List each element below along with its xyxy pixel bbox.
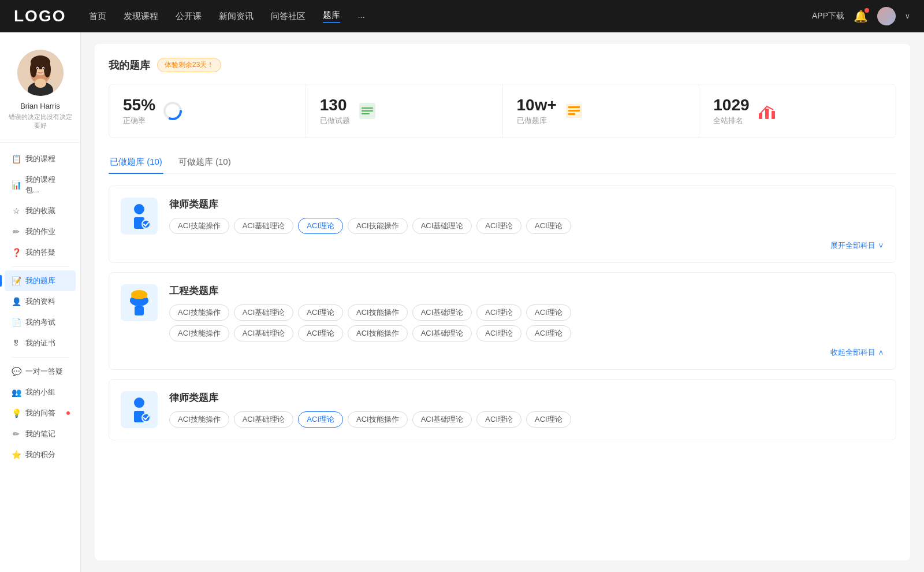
tag-aci-skill-op2[interactable]: ACI技能操作 (348, 218, 408, 234)
tag-eng-aci-theory2[interactable]: ACI理论 (476, 304, 521, 321)
notification-dot (865, 8, 869, 13)
notification-bell[interactable]: 🔔 (854, 9, 868, 23)
sidebar-item-label: 一对一答疑 (25, 366, 63, 377)
tag-l2-aci-basic1[interactable]: ACI基础理论 (234, 411, 294, 428)
topnav: LOGO 首页 发现课程 公开课 新闻资讯 问答社区 题库 ··· APP下载 … (0, 0, 924, 32)
sidebar-item-points[interactable]: ⭐ 我的积分 (5, 444, 76, 465)
svg-rect-17 (362, 113, 370, 114)
svg-rect-20 (568, 110, 580, 112)
stat-banks-label: 已做题库 (517, 116, 557, 126)
exam-icon: 📄 (12, 318, 21, 327)
accuracy-chart-icon (162, 101, 183, 121)
qbank-card-engineer: 工程类题库 ACI技能操作 ACI基础理论 ACI理论 ACI技能操作 ACI基… (109, 272, 896, 370)
qbank-card-header-lawyer2: 律师类题库 ACI技能操作 ACI基础理论 ACI理论 ACI技能操作 ACI基… (121, 391, 884, 428)
svg-rect-15 (362, 107, 373, 109)
sidebar-item-qbank[interactable]: 📝 我的题库 (5, 270, 76, 291)
tag-eng2-aci-theory3[interactable]: ACI理论 (526, 325, 571, 341)
sidebar-avatar (17, 50, 64, 96)
sidebar-item-exam[interactable]: 📄 我的考试 (5, 312, 76, 333)
sidebar-item-label: 我的题库 (25, 276, 55, 286)
expand-lawyer1[interactable]: 展开全部科目 ∨ (830, 240, 884, 251)
tag-l2-aci-skill1[interactable]: ACI技能操作 (169, 411, 229, 428)
tag-l2-aci-basic2[interactable]: ACI基础理论 (412, 411, 472, 428)
user-menu-chevron[interactable]: ∨ (905, 12, 910, 20)
sidebar-item-label: 我的小组 (25, 387, 55, 398)
tag-eng2-aci-skill2[interactable]: ACI技能操作 (348, 325, 408, 341)
sidebar-item-course-packages[interactable]: 📊 我的课程包... (5, 169, 76, 200)
sidebar-item-label: 我的答疑 (25, 247, 55, 258)
tag-eng-aci-skill2[interactable]: ACI技能操作 (348, 304, 408, 321)
svg-point-8 (36, 68, 38, 69)
lawyer-icon (121, 198, 158, 235)
user-avatar[interactable] (877, 7, 896, 25)
lawyer-icon-2 (121, 391, 158, 428)
tag-l2-aci-theory3[interactable]: ACI理论 (526, 411, 571, 428)
svg-rect-23 (765, 109, 769, 119)
sidebar-item-notes[interactable]: ✏ 我的笔记 (5, 424, 76, 444)
nav-links: 首页 发现课程 公开课 新闻资讯 问答社区 题库 ··· (89, 10, 812, 23)
tag-l2-aci-theory2[interactable]: ACI理论 (476, 411, 521, 428)
sidebar-item-group[interactable]: 👥 我的小组 (5, 382, 76, 403)
svg-rect-33 (135, 306, 144, 315)
nav-discover[interactable]: 发现课程 (124, 11, 158, 22)
tag-eng-aci-skill1[interactable]: ACI技能操作 (169, 304, 229, 321)
nav-home[interactable]: 首页 (89, 11, 106, 22)
tag-aci-theory3[interactable]: ACI理论 (526, 218, 571, 234)
collapse-engineer[interactable]: 收起全部科目 ∧ (830, 347, 884, 358)
page-title: 我的题库 (109, 58, 150, 72)
sidebar-item-homework[interactable]: ✏ 我的作业 (5, 221, 76, 242)
nav-opencourse[interactable]: 公开课 (176, 11, 202, 22)
sidebar-item-1on1[interactable]: 💬 一对一答疑 (5, 361, 76, 382)
tag-aci-basic-theory[interactable]: ACI基础理论 (234, 218, 294, 234)
app-download[interactable]: APP下载 (812, 11, 844, 21)
tag-eng2-aci-basic2[interactable]: ACI基础理论 (412, 325, 472, 341)
tag-eng-aci-basic1[interactable]: ACI基础理论 (234, 304, 294, 321)
qbank-footer-lawyer1: 展开全部科目 ∨ (121, 240, 884, 251)
qbank-card-lawyer1: 律师类题库 ACI技能操作 ACI基础理论 ACI理论 ACI技能操作 ACI基… (109, 185, 896, 263)
svg-rect-24 (772, 111, 775, 119)
trial-badge: 体验剩余23天！ (157, 58, 221, 72)
tag-eng2-aci-basic1[interactable]: ACI基础理论 (234, 325, 294, 341)
tag-aci-theory[interactable]: ACI理论 (298, 218, 343, 234)
sidebar-item-profile[interactable]: 👤 我的资料 (5, 291, 76, 312)
tag-l2-aci-skill2[interactable]: ACI技能操作 (348, 411, 408, 428)
sidebar-item-label: 我的收藏 (25, 206, 55, 216)
tag-eng-aci-basic2[interactable]: ACI基础理论 (412, 304, 472, 321)
tag-eng2-aci-theory2[interactable]: ACI理论 (476, 325, 521, 341)
qbank-footer-eng: 收起全部科目 ∧ (121, 347, 884, 358)
tag-aci-basic-theory2[interactable]: ACI基础理论 (412, 218, 472, 234)
stat-done-value: 130 (320, 96, 350, 114)
tag-eng2-aci-theory1[interactable]: ACI理论 (298, 325, 343, 341)
sidebar-item-label: 我的问答 (25, 408, 55, 418)
tag-eng-aci-theory1[interactable]: ACI理论 (298, 304, 343, 321)
tag-eng-aci-theory3[interactable]: ACI理论 (526, 304, 571, 321)
sidebar-item-qa[interactable]: ❓ 我的答疑 (5, 242, 76, 263)
sidebar-username: Brian Harris (20, 102, 60, 110)
nav-qa[interactable]: 问答社区 (271, 11, 305, 22)
favorites-icon: ☆ (12, 206, 21, 216)
stat-ranking-text: 1029 全站排名 (713, 96, 749, 126)
tag-eng2-aci-skill1[interactable]: ACI技能操作 (169, 325, 229, 341)
sidebar-item-courses[interactable]: 📋 我的课程 (5, 148, 76, 169)
tab-done[interactable]: 已做题库 (10) (109, 152, 163, 173)
stat-ranking: 1029 全站排名 (699, 84, 896, 138)
stat-banks-value: 10w+ (517, 96, 557, 114)
profile-icon: 👤 (12, 297, 21, 306)
stat-accuracy-value: 55% (123, 96, 155, 114)
qbank-tags-eng-row2: ACI技能操作 ACI基础理论 ACI理论 ACI技能操作 ACI基础理论 AC… (169, 325, 884, 341)
sidebar-item-my-qa[interactable]: 💡 我的问答 (5, 403, 76, 424)
nav-more[interactable]: ··· (357, 12, 365, 21)
sidebar-item-label: 我的笔记 (25, 429, 55, 439)
sidebar-item-favorites[interactable]: ☆ 我的收藏 (5, 200, 76, 221)
stat-ranking-label: 全站排名 (713, 116, 749, 126)
tag-aci-theory2[interactable]: ACI理论 (476, 218, 521, 234)
tab-available[interactable]: 可做题库 (10) (177, 152, 232, 173)
tag-l2-aci-theory[interactable]: ACI理论 (298, 411, 343, 428)
nav-news[interactable]: 新闻资讯 (219, 11, 254, 22)
sidebar-item-certificate[interactable]: 🎖 我的证书 (5, 333, 76, 354)
main-inner: 我的题库 体验剩余23天！ 55% 正确率 (95, 44, 910, 560)
nav-qbank[interactable]: 题库 (323, 10, 340, 23)
tag-aci-skill-op[interactable]: ACI技能操作 (169, 218, 229, 234)
stat-done-questions: 130 已做试题 (306, 84, 503, 138)
my-qa-icon: 💡 (12, 408, 21, 418)
